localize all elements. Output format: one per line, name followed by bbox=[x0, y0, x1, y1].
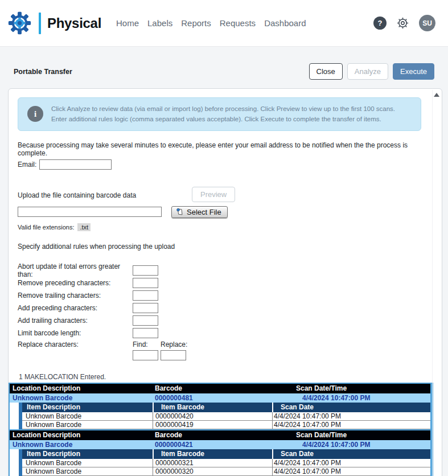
items-subtable: Item Description Item Barcode Scan Date … bbox=[19, 449, 430, 476]
email-label: Email: bbox=[18, 161, 36, 169]
rule-abort-input[interactable] bbox=[133, 265, 158, 276]
rule-remove-trailing-label: Remove trailing characters: bbox=[18, 292, 133, 299]
location-row[interactable]: Unknown Barcode 0000000421 4/4/2024 10:4… bbox=[10, 440, 430, 449]
replace-with-input[interactable] bbox=[161, 350, 186, 360]
col-item-barcode: Item Barcode bbox=[153, 403, 272, 412]
rule-add-trailing-input[interactable] bbox=[133, 315, 158, 326]
col-barcode: Barcode bbox=[152, 384, 293, 393]
items-subtable: Item Description Item Barcode Scan Date … bbox=[19, 403, 430, 429]
col-item-description: Item Description bbox=[22, 449, 153, 459]
scan-results-table: Location Description Barcode Scan Date/T… bbox=[9, 383, 433, 476]
nav-dashboard[interactable]: Dashboard bbox=[264, 18, 306, 28]
user-avatar[interactable]: SU bbox=[419, 15, 435, 31]
location-header-row: Location Description Barcode Scan Date/T… bbox=[10, 384, 430, 393]
col-barcode: Barcode bbox=[152, 430, 293, 440]
preview-button[interactable]: Preview bbox=[192, 187, 235, 202]
rule-remove-preceding-label: Remove preceding characters: bbox=[18, 279, 133, 287]
nav-labels[interactable]: Labels bbox=[147, 18, 172, 28]
item-header-row: Item Description Item Barcode Scan Date bbox=[22, 449, 430, 459]
analyze-button[interactable]: Analyze bbox=[347, 63, 388, 80]
nav-home[interactable]: Home bbox=[116, 18, 139, 28]
rule-abort-label: Abort update if total errors greater tha… bbox=[18, 262, 133, 278]
rule-limit-length-label: Limit barcode length: bbox=[18, 329, 133, 337]
find-column-label: Find: bbox=[133, 340, 161, 348]
info-banner-text: Click Analyze to review data (via email … bbox=[51, 104, 412, 125]
location-header-row: Location Description Barcode Scan Date/T… bbox=[10, 430, 430, 440]
rules-heading: Specify additional rules when processing… bbox=[18, 243, 421, 251]
valid-extensions-label: Valid file extensions: bbox=[18, 224, 74, 231]
select-file-label: Select File bbox=[187, 208, 221, 216]
col-scan-date: Scan Date bbox=[272, 449, 430, 459]
brand-divider-bar bbox=[39, 13, 41, 34]
file-icon bbox=[176, 208, 184, 216]
col-item-description: Item Description bbox=[22, 403, 153, 412]
replace-find-input[interactable] bbox=[133, 350, 158, 360]
file-path-input[interactable] bbox=[18, 207, 162, 217]
col-item-barcode: Item Barcode bbox=[153, 449, 272, 459]
rule-add-preceding-input[interactable] bbox=[133, 303, 158, 313]
close-button[interactable]: Close bbox=[309, 63, 343, 80]
col-scan-datetime: Scan Date/Time bbox=[293, 384, 430, 393]
rule-remove-preceding-input[interactable] bbox=[133, 278, 158, 288]
app-logo-gear-icon[interactable] bbox=[8, 11, 31, 35]
settings-gear-icon[interactable] bbox=[396, 17, 409, 30]
portable-transfer-panel: i Click Analyze to review data (via emai… bbox=[8, 88, 442, 476]
nav-reports[interactable]: Reports bbox=[181, 18, 211, 28]
location-group: Location Description Barcode Scan Date/T… bbox=[10, 384, 430, 430]
brand-name[interactable]: Physical bbox=[47, 15, 101, 31]
col-location-description: Location Description bbox=[10, 384, 152, 393]
help-icon[interactable]: ? bbox=[373, 17, 387, 30]
panel-scrollbar[interactable] bbox=[432, 90, 441, 476]
execute-button[interactable]: Execute bbox=[393, 63, 434, 80]
item-row[interactable]: Unknown Barcode 0000000419 4/4/2024 10:4… bbox=[22, 421, 430, 429]
email-note: Because processing may take several minu… bbox=[18, 141, 421, 157]
col-scan-date: Scan Date bbox=[272, 403, 430, 412]
rule-add-trailing-label: Add trailing characters: bbox=[18, 317, 133, 325]
app-header: Physical Home Labels Reports Requests Da… bbox=[0, 0, 448, 47]
rule-replace-label: Replace characters: bbox=[18, 340, 133, 348]
rule-remove-trailing-input[interactable] bbox=[133, 290, 158, 301]
page-title: Portable Transfer bbox=[14, 68, 72, 76]
up-arrow-icon[interactable] bbox=[434, 93, 439, 97]
info-icon: i bbox=[27, 106, 43, 122]
rule-limit-length-input[interactable] bbox=[133, 328, 158, 338]
email-field[interactable] bbox=[39, 159, 112, 170]
results-summary: 1 MAKELOCATION Entered. bbox=[19, 373, 421, 381]
item-row[interactable]: Unknown Barcode 0000000420 4/4/2024 10:4… bbox=[22, 412, 430, 421]
replace-column-label: Replace: bbox=[161, 340, 187, 348]
main-nav: Home Labels Reports Requests Dashboard bbox=[116, 18, 306, 28]
col-scan-datetime: Scan Date/Time bbox=[293, 430, 430, 440]
col-location-description: Location Description bbox=[10, 430, 152, 440]
item-row[interactable]: Unknown Barcode 0000000320 4/4/2024 10:4… bbox=[22, 467, 430, 476]
select-file-button[interactable]: Select File bbox=[171, 206, 228, 218]
nav-requests[interactable]: Requests bbox=[220, 18, 256, 28]
location-group: Location Description Barcode Scan Date/T… bbox=[10, 430, 430, 476]
location-row[interactable]: Unknown Barcode 0000000481 4/4/2024 10:4… bbox=[10, 393, 430, 403]
rule-add-preceding-label: Add preceding characters: bbox=[18, 304, 133, 312]
info-banner: i Click Analyze to review data (via emai… bbox=[18, 97, 421, 131]
item-row[interactable]: Unknown Barcode 0000000321 4/4/2024 10:4… bbox=[22, 459, 430, 467]
valid-extension-chip: .txt bbox=[77, 223, 91, 231]
item-header-row: Item Description Item Barcode Scan Date bbox=[22, 403, 430, 412]
